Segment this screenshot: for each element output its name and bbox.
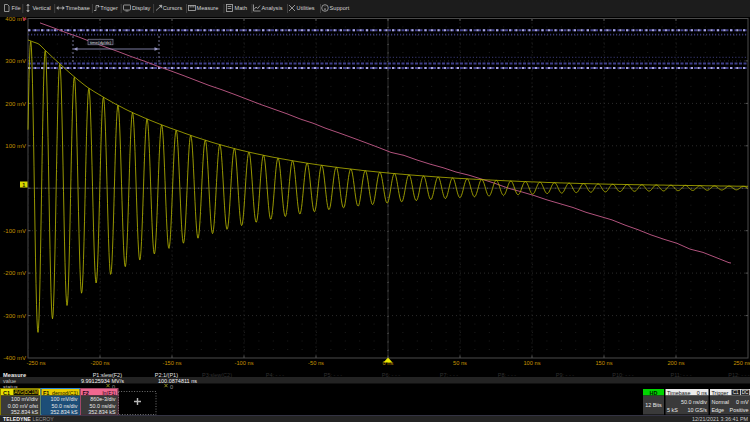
svg-text:P5: - - -: P5: - - - (324, 372, 343, 378)
svg-text:Math: Math (235, 5, 247, 11)
svg-text:Measure: Measure (3, 372, 26, 378)
svg-text:352.834 kS: 352.834 kS (50, 409, 78, 415)
svg-text:-200 ns: -200 ns (91, 360, 110, 366)
svg-text:P7: - - -: P7: - - - (440, 372, 459, 378)
svg-text:F2: F2 (83, 390, 89, 396)
svg-text:Normal: Normal (712, 399, 729, 405)
svg-text:1: 1 (22, 182, 25, 188)
svg-text:0.00 mV ofst: 0.00 mV ofst (8, 403, 39, 409)
svg-text:P10: - - -: P10: - - - (612, 372, 634, 378)
svg-text:P9: - - -: P9: - - - (556, 372, 575, 378)
svg-text:100 mV/div: 100 mV/div (51, 396, 78, 402)
svg-text:P3:slew(C2): P3:slew(C2) (202, 372, 232, 378)
svg-text:Support: Support (330, 5, 350, 11)
svg-text:Cursors: Cursors (163, 5, 183, 11)
svg-text:Positive: Positive (730, 407, 749, 413)
svg-text:TELEDYNE: TELEDYNE (3, 416, 31, 422)
svg-text:0 mV: 0 mV (736, 399, 749, 405)
svg-text:Display: Display (132, 5, 151, 11)
svg-text:-50 ns: -50 ns (308, 360, 324, 366)
svg-text:Timebase: Timebase (66, 5, 90, 11)
svg-text:860e-3/div: 860e-3/div (90, 396, 115, 402)
svg-text:100 mV/div: 100 mV/div (11, 396, 38, 402)
svg-text:Trigger: Trigger (100, 5, 118, 11)
svg-text:100 ns: 100 ns (523, 360, 540, 366)
svg-text:10 GS/s: 10 GS/s (688, 407, 708, 413)
svg-text:DC: DC (742, 390, 749, 395)
svg-text:P2:1/(P1): P2:1/(P1) (155, 372, 178, 378)
svg-text:-250 ns: -250 ns (27, 360, 46, 366)
svg-text:ln(F1): ln(F1) (102, 390, 116, 396)
svg-text:C1: C1 (733, 390, 739, 395)
svg-text:-400 mV: -400 mV (3, 355, 26, 361)
svg-text:352.834 kS: 352.834 kS (88, 409, 116, 415)
svg-text:5 kS: 5 kS (667, 407, 678, 413)
svg-text:-200 mV: -200 mV (3, 270, 26, 276)
svg-text:P12: - - -: P12: - - - (728, 372, 750, 378)
svg-text:12/21/2021 3:36:41 PM: 12/21/2021 3:36:41 PM (692, 416, 749, 422)
svg-text:300 mV: 300 mV (5, 58, 26, 64)
svg-text:0: 0 (170, 384, 173, 390)
svg-text:12 Bits: 12 Bits (645, 402, 662, 408)
svg-text:Vertical: Vertical (32, 5, 50, 11)
svg-text:Edge: Edge (712, 407, 725, 413)
svg-text:Utilities: Utilities (297, 5, 315, 11)
svg-text:P11: - - -: P11: - - - (671, 372, 692, 378)
svg-text:50.0 ns/div: 50.0 ns/div (51, 403, 77, 409)
svg-text:-100 mV: -100 mV (3, 228, 26, 234)
svg-text:Timebase: Timebase (667, 390, 690, 396)
svg-text:200 ns: 200 ns (667, 360, 684, 366)
svg-text:P1:slew(F2): P1:slew(F2) (93, 372, 123, 378)
svg-text:time(dy/dx): time(dy/dx) (90, 40, 112, 45)
svg-text:P6: - - -: P6: - - - (382, 372, 401, 378)
svg-text:100.0874811 ns: 100.0874811 ns (158, 378, 197, 384)
svg-text:9.99125934 MV/s: 9.99125934 MV/s (81, 378, 124, 384)
svg-text:352.834 kS: 352.834 kS (11, 409, 39, 415)
svg-text:200 mV: 200 mV (5, 101, 26, 107)
svg-text:0 ns: 0 ns (697, 390, 707, 396)
svg-text:-300 mV: -300 mV (3, 313, 26, 319)
svg-text:Trigger: Trigger (712, 390, 729, 396)
svg-text:P8: - - -: P8: - - - (498, 372, 517, 378)
svg-text:400 mV: 400 mV (5, 16, 26, 22)
svg-text:-150 ns: -150 ns (163, 360, 182, 366)
svg-text:C1: C1 (3, 390, 10, 396)
svg-text:File: File (12, 5, 21, 11)
svg-text:AVG|DC1M: AVG|DC1M (14, 390, 38, 395)
svg-text:50.0 ns/div: 50.0 ns/div (89, 403, 115, 409)
svg-text:250 ns: 250 ns (733, 360, 750, 366)
svg-text:Measure: Measure (197, 5, 219, 11)
svg-text:100 mV: 100 mV (5, 143, 26, 149)
svg-text:LECROY: LECROY (33, 416, 55, 422)
svg-text:HD: HD (650, 390, 658, 396)
svg-text:P4: - - -: P4: - - - (266, 372, 285, 378)
svg-text:150 ns: 150 ns (595, 360, 612, 366)
svg-text:value: value (3, 378, 16, 384)
svg-text:F1: F1 (43, 390, 49, 396)
svg-text:Analysis: Analysis (262, 5, 283, 11)
svg-text:-100 ns: -100 ns (235, 360, 254, 366)
svg-text:demod(C1): demod(C1) (52, 390, 78, 396)
svg-text:50 ns: 50 ns (453, 360, 467, 366)
svg-text:50.0 ns/div: 50.0 ns/div (681, 399, 707, 405)
